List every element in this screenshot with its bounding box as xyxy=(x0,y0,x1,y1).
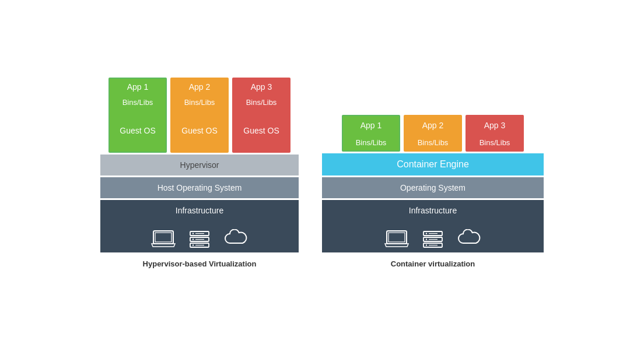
svg-rect-12 xyxy=(388,233,405,242)
container-app-box-3: App 3 Bins/Libs xyxy=(466,115,524,152)
svg-point-17 xyxy=(426,238,427,240)
right-icons-row xyxy=(322,221,544,252)
svg-point-7 xyxy=(192,244,194,245)
svg-point-6 xyxy=(192,238,194,240)
guest-os1-label: Guest OS xyxy=(110,110,166,152)
os-layer: Operating System xyxy=(322,177,544,198)
right-laptop-icon xyxy=(384,229,410,250)
app2-label: App 2 xyxy=(172,79,228,95)
container-app3-label: App 3 xyxy=(467,116,523,135)
right-cloud-icon xyxy=(456,229,482,250)
app3-label: App 3 xyxy=(233,79,289,95)
host-os-layer: Host Operating System xyxy=(100,177,299,198)
container-app-box-2: App 2 Bins/Libs xyxy=(404,115,462,152)
container-app2-label: App 2 xyxy=(405,116,461,135)
hypervisor-diagram: App 1 Bins/Libs Guest OS App 2 Bins/Libs… xyxy=(100,78,299,268)
right-diagram-label: Container virtualization xyxy=(391,259,475,268)
server-icon xyxy=(187,229,212,250)
container-diagram: App 1 Bins/Libs App 2 Bins/Libs App 3 Bi… xyxy=(322,115,544,268)
vm-box-1: App 1 Bins/Libs Guest OS xyxy=(108,78,167,153)
container-bins2-label: Bins/Libs xyxy=(405,135,461,150)
laptop-icon xyxy=(150,229,176,250)
left-infra-layer: Infrastructure xyxy=(100,200,299,221)
vm-box-3: App 3 Bins/Libs Guest OS xyxy=(232,78,290,153)
container-engine-layer: Container Engine xyxy=(322,153,544,176)
bins2-label: Bins/Libs xyxy=(172,95,228,110)
svg-rect-1 xyxy=(155,233,172,242)
left-icons-row xyxy=(100,221,299,252)
cloud-icon xyxy=(223,229,249,250)
container-bins1-label: Bins/Libs xyxy=(343,135,399,150)
right-apps-row: App 1 Bins/Libs App 2 Bins/Libs App 3 Bi… xyxy=(322,115,544,152)
container-bins3-label: Bins/Libs xyxy=(467,135,523,150)
container-app1-label: App 1 xyxy=(343,116,399,135)
main-container: App 1 Bins/Libs Guest OS App 2 Bins/Libs… xyxy=(77,66,567,286)
right-stack: App 1 Bins/Libs App 2 Bins/Libs App 3 Bi… xyxy=(322,115,544,252)
left-apps-row: App 1 Bins/Libs Guest OS App 2 Bins/Libs… xyxy=(100,78,299,153)
vm-box-2: App 2 Bins/Libs Guest OS xyxy=(170,78,229,153)
guest-os3-label: Guest OS xyxy=(233,110,289,152)
left-diagram-label: Hypervisor-based Virtualization xyxy=(143,259,257,268)
container-app-box-1: App 1 Bins/Libs xyxy=(342,115,400,152)
right-server-icon xyxy=(420,229,446,250)
right-infra-layer: Infrastructure xyxy=(322,200,544,221)
svg-point-16 xyxy=(426,233,427,234)
bins1-label: Bins/Libs xyxy=(110,95,166,110)
bins3-label: Bins/Libs xyxy=(233,95,289,110)
left-stack: App 1 Bins/Libs Guest OS App 2 Bins/Libs… xyxy=(100,78,299,252)
hypervisor-layer: Hypervisor xyxy=(100,155,299,176)
guest-os2-label: Guest OS xyxy=(172,110,228,152)
svg-point-18 xyxy=(426,244,427,245)
svg-point-5 xyxy=(192,233,194,234)
app1-label: App 1 xyxy=(110,79,166,95)
